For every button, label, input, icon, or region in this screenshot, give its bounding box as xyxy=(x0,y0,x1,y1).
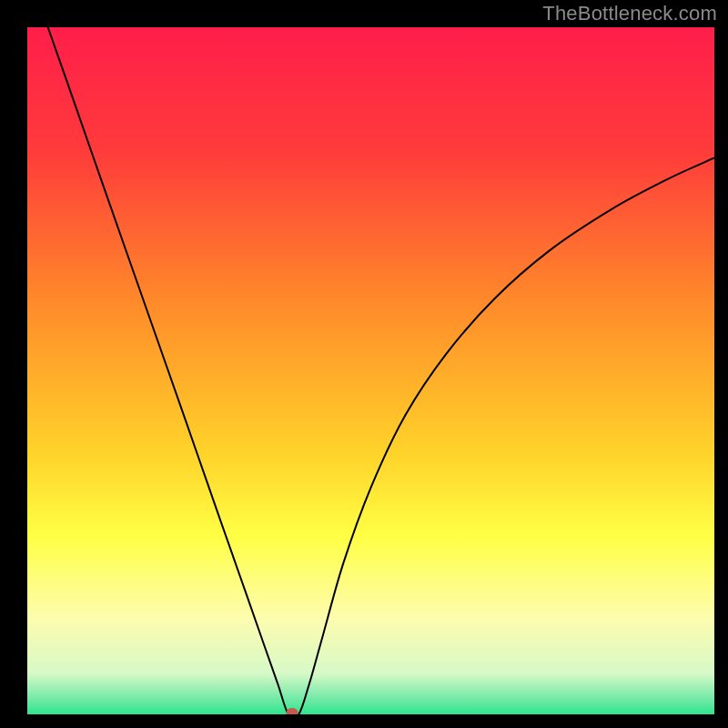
chart-frame: TheBottleneck.com xyxy=(0,0,728,728)
svg-rect-0 xyxy=(27,27,714,714)
plot-area xyxy=(27,27,714,714)
background-gradient xyxy=(27,27,714,714)
watermark-text: TheBottleneck.com xyxy=(542,2,717,25)
